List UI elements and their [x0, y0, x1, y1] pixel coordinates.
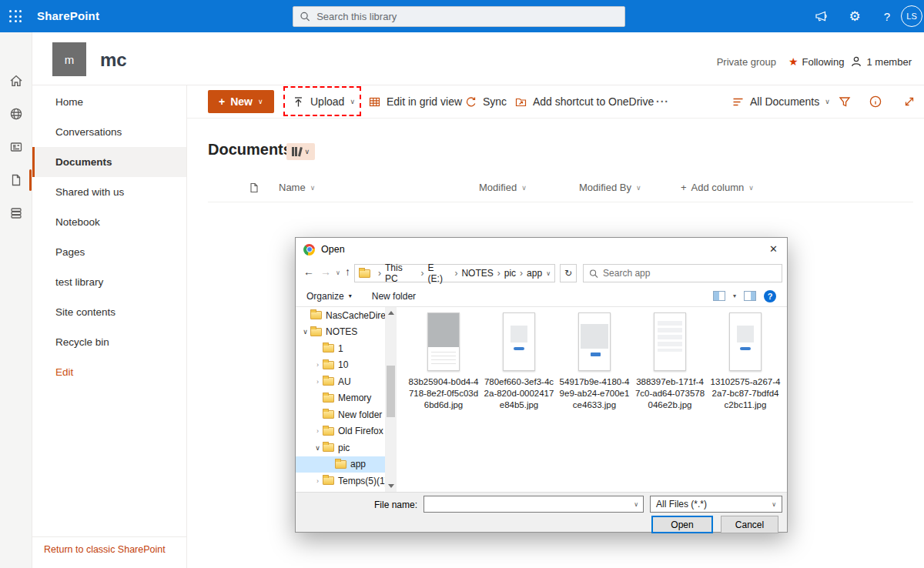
- view-selector-button[interactable]: All Documents ∨: [732, 90, 830, 113]
- expander-icon[interactable]: ∨: [313, 444, 323, 452]
- dialog-search-input[interactable]: [603, 268, 776, 279]
- sidebar-item-edit[interactable]: Edit: [32, 357, 186, 387]
- expander-icon[interactable]: ›: [313, 361, 323, 369]
- filter-button[interactable]: [838, 90, 852, 113]
- file-item[interactable]: 54917b9e-4180-49e9-ab24-e700e1ce4633.jpg: [559, 312, 630, 411]
- column-type-icon[interactable]: [248, 182, 260, 194]
- add-column-button[interactable]: +Add column∨: [681, 182, 754, 193]
- sidebar-item-notebook[interactable]: Notebook: [32, 207, 186, 237]
- file-item[interactable]: 83b25904-b0d4-4718-8e2f-0f5c03d6bd6d.jpg: [408, 312, 479, 411]
- preview-pane-icon[interactable]: [744, 291, 756, 301]
- suite-search-input[interactable]: [316, 11, 618, 22]
- news-icon[interactable]: [8, 139, 24, 155]
- new-folder-button[interactable]: New folder: [372, 291, 416, 302]
- column-header-modified[interactable]: Modified∨: [479, 182, 527, 193]
- add-shortcut-button[interactable]: Add shortcut to OneDrive: [514, 90, 654, 113]
- dialog-help-icon[interactable]: ?: [764, 290, 776, 302]
- dialog-search-box[interactable]: [583, 264, 782, 282]
- documents-file-icon[interactable]: [8, 172, 24, 188]
- folder-icon: [323, 377, 334, 386]
- tree-item-nascachedire[interactable]: NasCacheDire: [296, 307, 397, 324]
- address-bar[interactable]: › This PC › E (E:) › NOTES › pic › app ∨: [354, 264, 555, 282]
- breadcrumb-this-pc[interactable]: This PC: [385, 262, 417, 284]
- views-icon[interactable]: [713, 291, 725, 301]
- views-caret-icon[interactable]: ▾: [733, 292, 736, 299]
- sidebar-item-test-library[interactable]: test library: [32, 267, 186, 297]
- return-classic-link[interactable]: Return to classic SharePoint: [44, 544, 166, 555]
- file-name-combobox[interactable]: ∨: [424, 496, 644, 513]
- back-button[interactable]: ←: [303, 266, 314, 278]
- upload-button[interactable]: Upload ∨: [292, 90, 355, 113]
- sidebar-item-home[interactable]: Home: [32, 87, 186, 117]
- tree-item-notes[interactable]: ∨NOTES: [296, 324, 397, 341]
- file-item[interactable]: 780ef660-3ef3-4c2a-820d-0002417e84b5.jpg: [484, 312, 554, 411]
- globe-icon[interactable]: [8, 106, 24, 122]
- suite-search-box[interactable]: [293, 6, 625, 27]
- fullscreen-expand-button[interactable]: [902, 90, 916, 113]
- scroll-down-icon[interactable]: [388, 484, 394, 488]
- tree-item-memory[interactable]: Memory: [296, 390, 397, 407]
- lists-database-icon[interactable]: [8, 205, 24, 221]
- sidebar-item-site-contents[interactable]: Site contents: [32, 297, 186, 327]
- tree-item-au[interactable]: ›AU: [296, 373, 397, 390]
- file-item[interactable]: 13102575-a267-42a7-bc87-7bdfd4c2bc11.jpg: [710, 312, 781, 411]
- file-item[interactable]: 388397eb-171f-47c0-ad64-073578046e2b.jpg: [634, 312, 705, 411]
- expander-icon[interactable]: ›: [313, 477, 323, 485]
- chevron-down-icon[interactable]: ∨: [634, 501, 643, 508]
- following-toggle[interactable]: ★ Following: [788, 55, 844, 68]
- up-button[interactable]: ↑: [345, 266, 350, 278]
- tree-item-temps[interactable]: ›Temps(5)(1): [296, 473, 397, 489]
- dialog-title-bar[interactable]: Open: [296, 238, 787, 261]
- cancel-button[interactable]: Cancel: [721, 516, 778, 533]
- home-icon[interactable]: [8, 73, 24, 89]
- info-button[interactable]: [869, 90, 882, 113]
- tree-item-pic[interactable]: ∨pic: [296, 439, 397, 456]
- site-logo[interactable]: m: [52, 42, 86, 76]
- organize-button[interactable]: Organize ▾: [306, 291, 352, 302]
- sidebar-item-pages[interactable]: Pages: [32, 237, 186, 267]
- column-header-name[interactable]: Name∨: [279, 182, 315, 193]
- breadcrumb-drive[interactable]: E (E:): [428, 262, 451, 284]
- scroll-up-icon[interactable]: [388, 311, 394, 315]
- suite-app-name[interactable]: SharePoint: [37, 9, 99, 22]
- breadcrumb-pic[interactable]: pic: [504, 268, 516, 279]
- open-button[interactable]: Open: [651, 516, 713, 533]
- library-view-badge[interactable]: ∨: [286, 143, 315, 160]
- forward-button[interactable]: →: [320, 266, 331, 278]
- sync-button[interactable]: Sync: [464, 90, 507, 113]
- sidebar-item-documents[interactable]: Documents: [32, 147, 186, 177]
- sidebar-item-recycle-bin[interactable]: Recycle bin: [32, 327, 186, 357]
- edit-grid-view-button[interactable]: Edit in grid view: [368, 90, 462, 113]
- tree-scrollbar[interactable]: [385, 307, 397, 492]
- app-launcher-waffle-icon[interactable]: [9, 10, 22, 23]
- address-dropdown-chevron-icon[interactable]: ∨: [546, 270, 551, 277]
- expander-icon[interactable]: ›: [313, 427, 323, 435]
- history-chevron-icon[interactable]: ∨: [336, 269, 340, 276]
- tree-item-app[interactable]: app: [296, 456, 397, 473]
- breadcrumb-notes[interactable]: NOTES: [461, 268, 493, 279]
- dialog-close-button[interactable]: ✕: [769, 243, 778, 255]
- help-icon[interactable]: ?: [874, 0, 900, 32]
- tree-item-10[interactable]: ›10: [296, 357, 397, 374]
- sidebar-item-conversations[interactable]: Conversations: [32, 117, 186, 147]
- breadcrumb-app[interactable]: app: [527, 268, 542, 279]
- new-button[interactable]: + New ∨: [208, 90, 274, 113]
- account-avatar[interactable]: LS: [901, 5, 922, 27]
- file-type-select[interactable]: All Files (*.*) ∨: [650, 496, 782, 513]
- megaphone-icon[interactable]: [808, 0, 835, 32]
- dialog-nav-bar: ← → ∨ ↑ › This PC › E (E:) › NOTES › pic…: [296, 261, 787, 286]
- column-header-modified-by[interactable]: Modified By∨: [579, 182, 641, 193]
- file-name-input[interactable]: [424, 496, 634, 512]
- settings-gear-icon[interactable]: ⚙: [842, 0, 868, 32]
- tree-item-old-firefox[interactable]: ›Old Firefox D: [296, 423, 397, 440]
- scrollbar-thumb[interactable]: [387, 366, 395, 417]
- site-title[interactable]: mc: [100, 49, 127, 71]
- tree-item-1[interactable]: 1: [296, 340, 397, 357]
- expander-icon[interactable]: ∨: [300, 328, 310, 336]
- tree-item-new-folder[interactable]: New folder: [296, 406, 397, 423]
- expander-icon[interactable]: ›: [313, 378, 323, 386]
- members-button[interactable]: 1 member: [850, 55, 912, 68]
- sidebar-item-shared-with-us[interactable]: Shared with us: [32, 177, 186, 207]
- refresh-button[interactable]: ↻: [560, 264, 577, 282]
- more-commands-button[interactable]: ···: [656, 90, 669, 113]
